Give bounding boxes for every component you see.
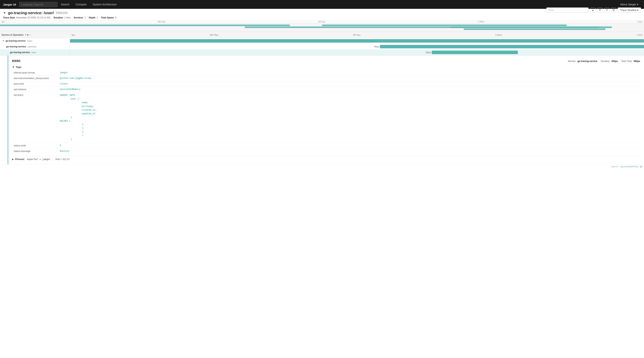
tag-row-0: internal.span.format jaeger	[12, 70, 640, 76]
sort-icon-4[interactable]: ↓	[30, 34, 32, 36]
duration-meta: Duration 1.4ms	[54, 16, 71, 19]
span-row-saveUser[interactable]: go-tracing-service saveUser 795µs	[0, 44, 644, 50]
trace-timeline-dropdown[interactable]: Trace Timeline ▾	[618, 8, 641, 13]
span-detail-panel: exec Service: go-tracing-service Duratio…	[0, 55, 644, 169]
trace-title: ▼ go-tracing-service: /user/ 8366206	[3, 11, 68, 15]
minimap-bar-0	[0, 25, 290, 26]
duration-label-exec: 202µs	[426, 51, 431, 53]
brand-logo: Jaeger UI	[3, 3, 16, 6]
find-input[interactable]	[546, 8, 588, 13]
tags-toggle[interactable]: ▼ Tags	[12, 66, 640, 69]
span-service-saveUser: go-tracing-service	[6, 45, 26, 48]
span-bar-wrapper-saveUser: 795µs	[380, 44, 644, 49]
ruler-0: 0µs	[2, 21, 4, 23]
process-toggle-icon[interactable]: ▶	[12, 158, 14, 161]
column-sort-icons[interactable]: ▼ ▶ ↑ ↓	[25, 34, 32, 36]
detail-start-meta: Start Time: 682µs	[621, 60, 640, 63]
span-detail-name: exec	[12, 59, 21, 63]
span-service-exec: go-tracing-service	[10, 51, 30, 54]
process-value: 312.23	[62, 158, 70, 161]
tl-label-4: 1.4ms	[637, 34, 642, 36]
span-op-root: /user/	[27, 40, 32, 42]
minimap-bar-4	[464, 28, 606, 30]
span-toggle-root[interactable]: ▼	[2, 40, 4, 42]
tag-row-5: status.code 2	[12, 143, 640, 149]
trace-header: ▼ go-tracing-service: /user/ 8366206 ▲ ▼…	[0, 9, 644, 20]
find-close-button[interactable]: ✕	[604, 8, 610, 13]
about-menu[interactable]: About Jaeger ▾	[618, 1, 641, 8]
spanid-label: SpanID:	[611, 165, 619, 168]
tl-label-3: 1.05ms	[495, 34, 502, 36]
minimap-ruler: 0µs 348.75µs 697.5µs 1.05ms 1.4ms	[0, 20, 644, 24]
process-row[interactable]: ▶ Process: exporter = jaeger | float = 3…	[12, 156, 640, 161]
span-op-saveUser: saveUser	[28, 46, 36, 48]
tag-val-1: github.com/j2gg0s/otsql	[58, 76, 640, 81]
span-bar-wrapper-root	[70, 38, 644, 44]
service-op-column-header: Service & Operation ▼ ▶ ↑ ↓	[0, 34, 70, 36]
span-bar-root	[70, 39, 644, 43]
tag-val-0: jaeger	[58, 70, 640, 76]
sort-icon-2[interactable]: ▶	[27, 34, 29, 36]
tag-val-6: Success	[58, 149, 640, 154]
tags-chevron-icon: ▼	[12, 66, 14, 69]
services-meta: Services 1	[74, 16, 86, 19]
process-label: Process:	[15, 158, 25, 161]
tl-label-2: 697.5µs	[353, 34, 360, 36]
span-detail-meta: Service: go-tracing-service Duration: 20…	[568, 60, 640, 63]
span-service-root: go-tracing-service	[6, 40, 26, 42]
tag-key-4: sql.query	[12, 92, 58, 143]
spanid-row: SpanID: faaedcd1bfd975ab 🔗	[0, 164, 644, 169]
tl-label-1: 348.75µs	[210, 34, 218, 36]
layout-button[interactable]: ⊞	[611, 8, 616, 13]
ruler-2: 697.5µs	[318, 21, 325, 23]
process-separator: |	[53, 158, 53, 161]
service-op-label: Service & Operation	[2, 34, 24, 36]
detail-duration-meta: Duration: 202µs	[601, 60, 618, 63]
depth-meta: Depth 2	[89, 16, 98, 19]
sort-icon-3[interactable]: ↑	[29, 34, 30, 36]
tag-key-2: span.kind	[12, 81, 58, 87]
span-label-exec[interactable]: go-tracing-service exec	[0, 50, 70, 55]
find-up-button[interactable]: ▲	[590, 8, 596, 13]
spanid-link[interactable]: faaedcd1bfd975ab	[620, 165, 638, 168]
tag-val-3: sqlite3InMemory	[58, 87, 640, 92]
duration-label-saveUser: 795µs	[374, 46, 379, 48]
tl-label-0: 0µs	[72, 34, 75, 36]
tag-key-6: status.message	[12, 149, 58, 154]
tag-val-5: 2	[58, 143, 640, 149]
nav-compare-link[interactable]: Compare	[73, 1, 89, 8]
minimap-bar-2	[322, 25, 567, 26]
sort-icon-1[interactable]: ▼	[25, 34, 27, 36]
trace-id: 8366206	[56, 11, 68, 15]
span-timeline-saveUser: 795µs	[70, 44, 644, 49]
tags-section: ▼ Tags internal.span.format jaeger otel.…	[12, 66, 640, 154]
collapse-icon[interactable]: ▼	[3, 11, 6, 15]
process-type: float	[56, 158, 60, 161]
detail-service-meta: Service: go-tracing-service	[568, 60, 598, 63]
tags-label: Tags	[16, 66, 21, 69]
ruler-1: 348.75µs	[158, 21, 165, 23]
tag-key-5: status.code	[12, 143, 58, 149]
find-down-button[interactable]: ▼	[597, 8, 603, 13]
trace-id-input[interactable]	[19, 2, 58, 7]
span-detail-inner: exec Service: go-tracing-service Duratio…	[8, 56, 644, 164]
span-timeline-root	[70, 38, 644, 44]
tag-key-1: otel.instrumentation_library.name	[12, 76, 58, 81]
tag-row-4: sql.query INSERT INTO user ( name, birth…	[12, 92, 640, 143]
nav-architecture-link[interactable]: System Architecture	[90, 1, 120, 8]
span-row-exec[interactable]: go-tracing-service exec 202µs	[0, 50, 644, 55]
trace-metadata: Trace Start November 23 2020, 21:22:12.4…	[3, 16, 641, 19]
tag-val-2: client	[58, 81, 640, 87]
trace-controls: ▲ ▼ ✕ ⊞ Trace Timeline ▾	[546, 8, 641, 13]
tags-table: internal.span.format jaeger otel.instrum…	[12, 70, 640, 154]
timeline-minimap: 0µs 348.75µs 697.5µs 1.05ms 1.4ms	[0, 20, 644, 32]
spanid-copy-icon[interactable]: 🔗	[640, 165, 642, 168]
span-label-saveUser[interactable]: go-tracing-service saveUser	[0, 44, 70, 49]
span-row-root[interactable]: ▼ go-tracing-service /user/	[0, 38, 644, 44]
process-equals: =	[60, 158, 62, 161]
span-label-root[interactable]: ▼ go-tracing-service /user/	[0, 38, 70, 44]
minimap-bars	[0, 24, 644, 32]
nav-search-link[interactable]: Search	[58, 1, 72, 8]
columns-header: Service & Operation ▼ ▶ ↑ ↓ 0µs 348.75µs…	[0, 32, 644, 38]
tag-row-2: span.kind client	[12, 81, 640, 87]
